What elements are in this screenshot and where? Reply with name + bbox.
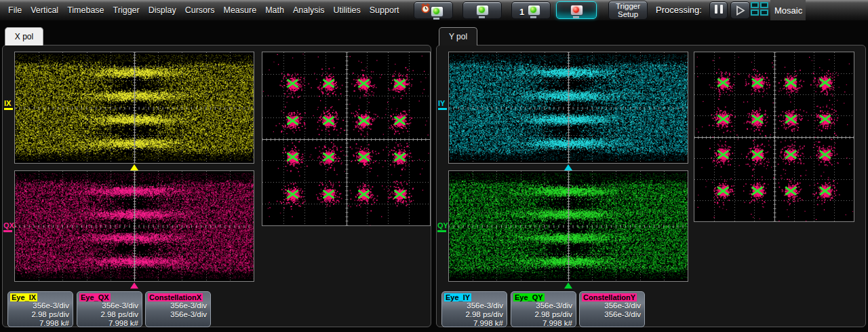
menu-item-math[interactable]: Math [265,5,284,15]
mosaic-display-button[interactable]: Mosaic [770,0,806,20]
menu-item-support[interactable]: Support [370,5,399,15]
trigger-setup-line1: Trigger [616,2,640,10]
trigger-marker-qy[interactable] [564,282,572,289]
descriptor-values: 356e-3/div 2.98 ps/div 7.998 k# [9,301,69,327]
descriptor-eye-ix[interactable]: Eye_IX 356e-3/div 2.98 ps/div 7.998 k# [7,291,73,327]
play-button[interactable] [730,1,750,19]
descriptor-eye-qx[interactable]: Eye_QX 356e-3/div 2.98 ps/div 7.998 k# [77,291,142,327]
traffic-light-red-icon [570,5,583,16]
trace-chip: ConstellationX [148,293,203,301]
mosaic-tile [760,10,768,16]
descriptor-constellation-y[interactable]: ConstellationY 356e-3/div 356e-3/div [579,291,645,327]
descriptor-values: 356e-3/div 356e-3/div [581,301,641,319]
menu-item-trigger[interactable]: Trigger [113,5,140,15]
y-pol-panel: IY QY Eye_IY 356e-3/div 2.98 ps/div 7.99… [436,45,866,327]
trace-label-qy[interactable]: QY [437,222,448,232]
mosaic-tile [751,2,759,8]
traffic-light-green-icon [476,5,489,16]
tab-x-pol[interactable]: X pol [5,27,43,45]
trace-label-text: IY [438,99,445,107]
trace-chip: Eye_QY [513,293,545,301]
eye-plot-qx[interactable] [14,170,254,282]
stop-trigger-button[interactable] [556,1,597,19]
trigger-marker-ix[interactable] [130,164,138,170]
menu-item-cursors[interactable]: Cursors [185,5,215,15]
menu-item-timebase[interactable]: Timebase [67,5,104,15]
descriptor-values: 356e-3/div 2.98 ps/div 7.998 k# [79,301,138,327]
eye-plot-iy[interactable] [448,52,688,164]
mosaic-label: Mosaic [774,5,802,16]
menu-item-vertical[interactable]: Vertical [31,5,58,15]
descriptor-eye-qy[interactable]: Eye_QY 356e-3/div 2.98 ps/div 7.998 k# [511,291,576,327]
pause-icon [713,5,724,16]
trace-chip: Eye_QX [79,293,111,301]
normal-trigger-button[interactable] [462,1,502,19]
trace-label-text: IX [4,99,11,107]
descriptor-values: 356e-3/div 2.98 ps/div 7.998 k# [443,301,503,327]
mosaic-tile [751,10,759,16]
x-pol-panel: IX QX Eye_IX 356e-3/div 2.98 ps/div 7.99… [2,45,431,327]
trigger-setup-line2: Setup [618,10,638,18]
menu-item-analysis[interactable]: Analysis [293,5,325,15]
descriptor-eye-iy[interactable]: Eye_IY 356e-3/div 2.98 ps/div 7.998 k# [441,291,507,327]
descriptor-constellation-x[interactable]: ConstellationX 356e-3/div 356e-3/div [145,291,211,327]
descriptor-values: 356e-3/div 356e-3/div [147,301,207,319]
single-badge: 1 [519,7,524,17]
trace-chip: Eye_IY [444,293,471,301]
menu-item-measure[interactable]: Measure [223,5,256,15]
menu-items: File Vertical Timebase Trigger Display C… [8,0,399,20]
descriptor-values: 356e-3/div 2.98 ps/div 7.998 k# [513,301,572,327]
eye-diagram-iy [449,52,688,163]
trigger-marker-iy[interactable] [564,164,572,170]
processing-label: Processing: [656,0,702,20]
menu-item-file[interactable]: File [8,5,22,15]
trace-label-text: QX [3,221,14,229]
eye-diagram-ix [15,52,254,163]
trace-label-ix[interactable]: IX [4,100,13,110]
mosaic-grid-icon[interactable] [751,2,770,17]
trace-chip: ConstellationY [582,293,637,301]
play-icon [734,5,746,16]
pause-button[interactable] [709,1,728,19]
eye-diagram-qy [449,171,688,281]
trace-label-iy[interactable]: IY [438,100,447,110]
trigger-setup-button[interactable]: Trigger Setup [608,1,648,20]
eye-plot-ix[interactable] [14,52,254,164]
alarm-clock-icon [420,3,431,16]
constellation-diagram-y [694,52,854,221]
trigger-marker-qx[interactable] [130,282,138,289]
menu-item-utilities[interactable]: Utilities [333,5,360,15]
oscilloscope-app: File Vertical Timebase Trigger Display C… [0,0,868,332]
trace-label-text: QY [437,221,448,229]
eye-plot-qy[interactable] [448,170,688,282]
constellation-plot-x[interactable] [262,52,431,226]
traffic-light-green-icon [431,6,443,17]
constellation-plot-y[interactable] [694,52,854,222]
trace-chip: Eye_IX [10,293,37,301]
trace-label-qx[interactable]: QX [3,222,14,232]
constellation-diagram-x [262,52,430,225]
menu-item-display[interactable]: Display [149,5,176,15]
mosaic-tile [760,2,768,8]
tab-y-pol[interactable]: Y pol [439,27,477,45]
single-trigger-button[interactable]: 1 [511,1,551,19]
menu-bar: File Vertical Timebase Trigger Display C… [0,0,868,20]
auto-trigger-button[interactable] [414,1,453,19]
eye-diagram-qx [15,171,254,281]
traffic-light-green-icon [528,5,540,16]
